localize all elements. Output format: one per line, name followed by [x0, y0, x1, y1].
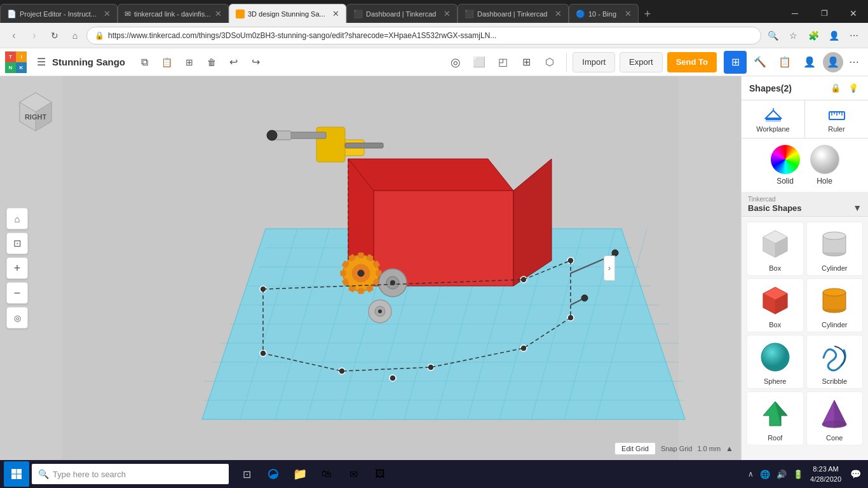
shape-cone-label: Cone	[826, 434, 843, 442]
lightbulb-icon[interactable]: 💡	[846, 81, 860, 95]
taskbar-photos-icon[interactable]: 🖼	[367, 461, 393, 487]
user-avatar[interactable]: 👤	[823, 52, 843, 72]
undo-button[interactable]: ↩	[224, 52, 244, 72]
tab-2-close[interactable]: ✕	[215, 9, 222, 18]
shape-roof[interactable]: Roof	[747, 391, 804, 445]
import-button[interactable]: Import	[573, 52, 615, 72]
perspective-button[interactable]: ◎	[6, 307, 28, 329]
shape-cylinder-orange[interactable]: Cylinder	[806, 278, 864, 332]
more-menu[interactable]: ⋯	[845, 53, 863, 71]
taskbar-store-icon[interactable]: 🛍	[314, 461, 339, 487]
svg-rect-53	[341, 271, 346, 276]
shape-box-red[interactable]: Box	[747, 278, 804, 332]
more-options[interactable]: ⋯	[845, 27, 863, 44]
bookmark-icon[interactable]: ☆	[784, 27, 802, 44]
library-dropdown-button[interactable]: ▼	[853, 203, 862, 213]
export-button[interactable]: Export	[620, 52, 663, 72]
lock-icon[interactable]: 🔒	[829, 81, 843, 95]
user-add-button[interactable]: 👤	[798, 51, 821, 74]
ssl-icon: 🔒	[95, 31, 104, 40]
grid-view-icon[interactable]: ⊞	[724, 51, 747, 74]
duplicate-button[interactable]: ⊞	[179, 52, 200, 72]
view-cube[interactable]: RIGHT	[10, 86, 61, 137]
paste-button[interactable]: 📋	[157, 52, 177, 72]
taskbar-mail-icon[interactable]: ✉	[341, 461, 366, 487]
profile-icon[interactable]: 👤	[825, 27, 843, 44]
nav-forward[interactable]: ›	[25, 27, 43, 44]
taskbar-explorer-icon[interactable]: 📁	[287, 461, 313, 487]
align-icon[interactable]: ⊞	[515, 51, 537, 73]
tab-1-close[interactable]: ✕	[104, 9, 111, 18]
shape-cone[interactable]: Cone	[806, 391, 864, 445]
nav-back[interactable]: ‹	[5, 27, 23, 44]
workplane-button[interactable]: Workplane	[742, 100, 805, 138]
tab-4[interactable]: ⬛ Dashboard | Tinkercad ✕	[346, 4, 458, 23]
tab-2-label: tinkercad link - davinfis...	[134, 10, 212, 18]
nav-refresh[interactable]: ↻	[46, 27, 64, 44]
tinkercad-logo[interactable]: T I N K	[5, 51, 27, 73]
delete-button[interactable]: 🗑	[201, 52, 222, 72]
hamburger-menu[interactable]: ☰	[32, 53, 50, 71]
tab-4-favicon: ⬛	[353, 10, 363, 18]
snap-toggle[interactable]: ▲	[726, 444, 733, 453]
canvas-area[interactable]: RIGHT ⌂ ⊡ + − ◎	[0, 76, 741, 460]
tab-1[interactable]: 📄 Project Editor - Instruct... ✕	[0, 4, 118, 23]
solid-option[interactable]: Solid	[771, 145, 800, 186]
shape-cylinder-gray[interactable]: Cylinder	[806, 222, 864, 276]
new-tab-button[interactable]: +	[639, 5, 656, 23]
task-view-button[interactable]: ⊡	[234, 461, 259, 487]
svg-rect-111	[17, 469, 22, 474]
redo-button[interactable]: ↪	[246, 52, 266, 72]
tray-show-hidden[interactable]: ∧	[746, 470, 756, 478]
search-icon[interactable]: 🔍	[764, 27, 782, 44]
zoom-out-button[interactable]: −	[6, 282, 28, 304]
window-close[interactable]: ✕	[839, 4, 868, 23]
tab-5-close[interactable]: ✕	[555, 9, 562, 18]
send-to-button[interactable]: Send To	[667, 52, 717, 72]
address-input[interactable]: 🔒 https://www.tinkercad.com/things/3DSoU…	[86, 27, 761, 44]
fit-view-button[interactable]: ⊡	[6, 233, 28, 254]
tab-5[interactable]: ⬛ Dashboard | Tinkercad ✕	[458, 4, 569, 23]
notification-center[interactable]: 💬	[846, 465, 864, 483]
tab-5-favicon: ⬛	[465, 10, 474, 18]
note-icon[interactable]: ⬜	[468, 51, 490, 73]
shape-helper-icon[interactable]: ◎	[445, 51, 466, 73]
tab-6-close[interactable]: ✕	[625, 9, 632, 18]
tray-network[interactable]: 🌐	[758, 467, 772, 481]
home-view-button[interactable]: ⌂	[6, 208, 28, 229]
window-minimize[interactable]: ─	[780, 4, 810, 23]
panel-toggle-button[interactable]: ›	[604, 255, 615, 281]
tab-3-favicon	[236, 10, 245, 18]
tray-sound[interactable]: 🔊	[775, 467, 789, 481]
tray-battery[interactable]: 🔋	[791, 467, 805, 481]
hammer-icon[interactable]: 🔨	[749, 51, 771, 74]
clipboard-icon-top[interactable]: 📋	[773, 51, 796, 74]
snap-value: 1.0 mm	[697, 445, 721, 452]
taskbar-search[interactable]: 🔍 Type here to search	[32, 464, 229, 484]
tab-2[interactable]: ✉ tinkercad link - davinfis... ✕	[118, 4, 229, 23]
edit-grid-button[interactable]: Edit Grid	[614, 442, 656, 455]
svg-rect-110	[11, 469, 17, 474]
taskbar-edge-icon[interactable]	[261, 461, 286, 487]
zoom-in-button[interactable]: +	[6, 257, 28, 279]
section-icon[interactable]: ◰	[492, 51, 513, 73]
clock-display[interactable]: 8:23 AM 4/28/2020	[808, 464, 844, 485]
copy-button[interactable]: ⧉	[135, 52, 155, 72]
ruler-button[interactable]: Ruler	[805, 100, 868, 138]
tab-6[interactable]: 🔵 10 - Bing ✕	[569, 4, 639, 23]
3d-scene[interactable]	[0, 76, 741, 460]
svg-point-104	[761, 343, 789, 371]
tab-3-close[interactable]: ✕	[332, 9, 339, 18]
tab-4-close[interactable]: ✕	[444, 9, 451, 18]
start-button[interactable]	[4, 461, 29, 487]
hole-option[interactable]: Hole	[810, 145, 839, 186]
shape-scribble[interactable]: Scribble	[806, 335, 864, 389]
shape-box-gray[interactable]: Box	[747, 222, 804, 276]
tab-3-active[interactable]: 3D design Stunning Sa... ✕	[229, 4, 346, 23]
shape-sphere[interactable]: Sphere	[747, 335, 804, 389]
window-restore[interactable]: ❐	[810, 4, 839, 23]
mirror-icon[interactable]: ⬡	[539, 51, 560, 73]
tab-5-label: Dashboard | Tinkercad	[477, 10, 552, 18]
nav-home[interactable]: ⌂	[66, 27, 84, 44]
extensions-icon[interactable]: 🧩	[804, 27, 822, 44]
